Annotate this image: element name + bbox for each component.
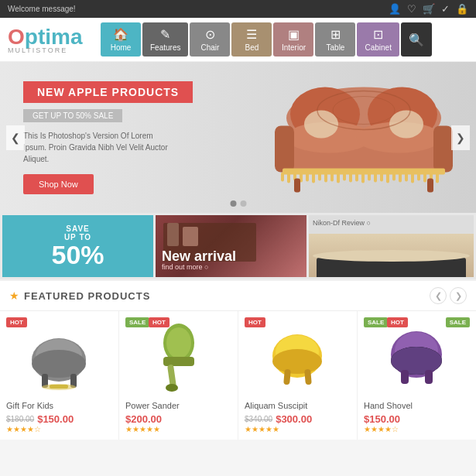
stars-2: ★★★★★ [125, 425, 231, 433]
chair-icon: ⊙ [205, 27, 215, 42]
promo-new-arrival-banner[interactable]: New arrival find out more ○ [156, 215, 306, 277]
nav-item-features[interactable]: ✎ Features [142, 22, 188, 57]
product-card-1: HOT Gift For Kids $180.00 $150.00 ★★★★☆ [0, 311, 119, 440]
nav-label-interior: Interior [282, 43, 306, 52]
old-price-1: $180.00 [6, 415, 34, 423]
svg-rect-62 [401, 370, 409, 384]
check-icon[interactable]: ✓ [441, 3, 450, 15]
lock-icon[interactable]: 🔒 [456, 3, 468, 15]
stars-4: ★★★★☆ [364, 425, 470, 433]
nav-label-cabinet: Cabinet [365, 43, 391, 52]
price-row-4: $150.00 [364, 413, 470, 425]
main-nav: 🏠 Home ✎ Features ⊙ Chair ☰ Bed ▣ Interi… [101, 22, 468, 57]
featured-prev-button[interactable]: ❮ [430, 287, 447, 304]
product-card-2: SALE HOT Power Sander $200.00 ★★★★★ [119, 311, 238, 440]
nav-item-cabinet[interactable]: ⊡ Cabinet [357, 22, 399, 57]
product-image-3 [245, 317, 351, 395]
badge-hot-1: HOT [6, 317, 27, 327]
product-image-4 [364, 317, 470, 395]
nav-item-interior[interactable]: ▣ Interior [273, 22, 313, 57]
product-card-4: SALE HOT SALE Hand Shovel $150.00 ★★★★☆ [358, 311, 476, 440]
nav-label-features: Features [150, 43, 180, 52]
badge-hot-2: HOT [149, 317, 170, 327]
new-arrival-title: New arrival [162, 249, 236, 263]
nikon-bg [309, 234, 474, 277]
svg-rect-63 [425, 370, 433, 384]
promo-nikon-banner[interactable]: Nikon-Df Review ○ [309, 215, 474, 277]
featured-title-row: ★ FEATURED PRODUCTS [9, 289, 150, 302]
nikon-label: Nikon-Df Review ○ [313, 219, 371, 227]
featured-next-button[interactable]: ❯ [450, 287, 467, 304]
svg-point-49 [166, 327, 191, 358]
top-bar-icons: 👤 ♡ 🛒 ✓ 🔒 [389, 3, 468, 15]
bed-icon: ☰ [246, 27, 257, 42]
svg-point-61 [391, 347, 442, 375]
hero-prev-button[interactable]: ❮ [6, 125, 25, 150]
hero-content: NEW APPLE PRODUCTS GET UP TO 50% SALE Th… [0, 66, 476, 210]
old-price-3: $340.00 [245, 415, 272, 423]
cart-icon[interactable]: 🛒 [423, 3, 435, 15]
nav-item-chair[interactable]: ⊙ Chair [190, 22, 230, 57]
product-name-1: Gift For Kids [6, 401, 112, 410]
stars-3: ★★★★★ [245, 425, 351, 433]
product-name-4: Hand Shovel [364, 401, 470, 410]
logo-subtext: MULTISTORE [8, 46, 67, 54]
badge-hot-4: HOT [387, 317, 408, 327]
logo[interactable]: Optima MULTISTORE [8, 25, 85, 54]
shop-now-button[interactable]: Shop Now [23, 174, 94, 194]
nikon-text: Nikon-Df Review ○ [313, 219, 371, 227]
save-percent: 50% [51, 241, 104, 268]
stars-1: ★★★★☆ [6, 425, 112, 433]
hero-subtitle: GET UP TO 50% SALE [23, 109, 122, 122]
nav-item-bed[interactable]: ☰ Bed [231, 22, 272, 57]
home-icon: 🏠 [113, 27, 128, 42]
badge-sale-3: HOT [245, 317, 265, 327]
nav-item-home[interactable]: 🏠 Home [101, 22, 141, 57]
price-row-1: $180.00 $150.00 [6, 413, 112, 425]
new-price-3: $300.00 [276, 413, 312, 425]
new-arrival-subtitle: find out more ○ [162, 263, 236, 271]
promo-new-label: New arrival find out more ○ [162, 249, 236, 271]
new-price-1: $150.00 [37, 413, 74, 425]
products-grid: HOT Gift For Kids $180.00 $150.00 ★★★★☆ … [0, 310, 476, 440]
product-image-1 [6, 317, 112, 395]
heart-icon[interactable]: ♡ [407, 3, 416, 15]
hero-next-button[interactable]: ❯ [451, 125, 470, 150]
product-card-3: HOT Aliquam Suscipit $340.00 $300.00 ★★★… [238, 311, 358, 440]
hero-slider: NEW APPLE PRODUCTS GET UP TO 50% SALE Th… [0, 62, 476, 213]
badge-sale2-4: SALE [446, 317, 470, 327]
table-icon: ⊞ [330, 27, 341, 42]
featured-nav-arrows: ❮ ❯ [430, 287, 467, 304]
hero-badge: NEW APPLE PRODUCTS [23, 81, 193, 103]
new-price-4: $150.00 [364, 413, 400, 425]
nav-label-home: Home [111, 43, 132, 52]
price-row-2: $200.00 [125, 413, 231, 425]
svg-point-55 [272, 349, 322, 374]
badge-sale-2: SALE [125, 317, 149, 327]
save-line1: SAVE [51, 224, 104, 233]
interior-icon: ▣ [288, 27, 300, 42]
nav-label-chair: Chair [201, 43, 220, 52]
features-icon: ✎ [160, 27, 170, 42]
cabinet-icon: ⊡ [373, 27, 383, 42]
promo-row: SAVE UP TO 50% New arrival find out more… [0, 213, 476, 279]
welcome-message: Welcome message! [8, 5, 76, 13]
logo-o: O [8, 25, 25, 49]
product-image-2 [125, 317, 231, 395]
top-bar: Welcome message! 👤 ♡ 🛒 ✓ 🔒 [0, 0, 476, 18]
featured-title: FEATURED PRODUCTS [24, 290, 150, 302]
nav-item-table[interactable]: ⊞ Table [315, 22, 355, 57]
user-icon[interactable]: 👤 [389, 3, 401, 15]
svg-rect-47 [50, 385, 68, 389]
search-button[interactable]: 🔍 [401, 22, 432, 57]
search-icon: 🔍 [409, 33, 424, 47]
new-price-2: $200.00 [125, 413, 162, 425]
hero-text: This Is Photoshop's Version Of Lorem Ips… [23, 130, 178, 165]
nav-label-bed: Bed [245, 43, 259, 52]
nav-label-table: Table [327, 43, 345, 52]
badge-sale-4: SALE [364, 317, 388, 327]
promo-save-banner[interactable]: SAVE UP TO 50% [2, 215, 153, 277]
featured-header: ★ FEATURED PRODUCTS ❮ ❯ [0, 279, 476, 310]
featured-star-icon: ★ [9, 289, 19, 302]
logo-ptima: ptima [25, 25, 83, 49]
